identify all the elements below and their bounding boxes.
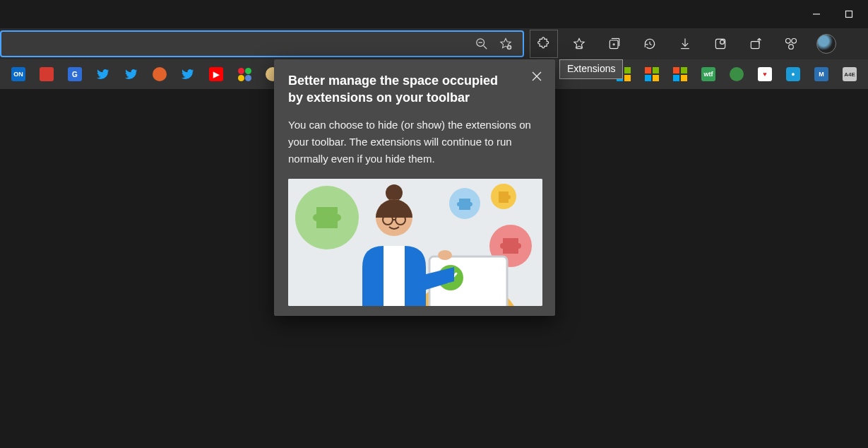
blue-camera-bookmark[interactable]: ● bbox=[786, 67, 800, 81]
microsoft-bookmark-3[interactable] bbox=[673, 67, 687, 81]
flyout-body: You can choose to hide (or show) the ext… bbox=[288, 117, 541, 167]
extensions-button[interactable] bbox=[530, 30, 558, 58]
svg-point-22 bbox=[789, 45, 794, 49]
multicolor-bookmark[interactable] bbox=[237, 67, 251, 81]
bookmarks-bar-right: wtf ♥ ● M A4E bbox=[610, 59, 864, 89]
twitter-bookmark-2[interactable] bbox=[124, 67, 138, 81]
flyout-title: Better manage the space occupied by exte… bbox=[288, 72, 507, 107]
collections-button[interactable] bbox=[600, 30, 629, 58]
share-button[interactable] bbox=[742, 30, 770, 58]
green-camera-bookmark[interactable] bbox=[730, 67, 744, 81]
google-translate-bookmark[interactable]: G bbox=[68, 67, 82, 81]
red-diamond-bookmark[interactable] bbox=[40, 67, 54, 81]
youtube-bookmark[interactable]: ▶ bbox=[209, 67, 223, 81]
downloads-button[interactable] bbox=[671, 30, 699, 58]
flyout-illustration bbox=[288, 179, 542, 306]
svg-point-21 bbox=[792, 39, 797, 44]
web-capture-button[interactable] bbox=[706, 30, 735, 58]
svg-line-3 bbox=[484, 46, 487, 49]
extensions-tip-flyout: Better manage the space occupied by exte… bbox=[274, 59, 555, 316]
a4e-bookmark[interactable]: A4E bbox=[843, 67, 857, 81]
svg-point-32 bbox=[386, 184, 403, 201]
window-titlebar bbox=[0, 0, 868, 28]
favorites-button[interactable] bbox=[565, 30, 593, 58]
browser-toolbar bbox=[0, 28, 868, 59]
on-bookmark[interactable]: ON bbox=[11, 67, 25, 81]
address-bar[interactable] bbox=[0, 30, 524, 57]
heart-bookmark[interactable]: ♥ bbox=[758, 67, 772, 81]
svg-point-37 bbox=[438, 250, 452, 260]
orange-circle-bookmark[interactable] bbox=[153, 67, 167, 81]
m-bookmark[interactable]: M bbox=[814, 67, 828, 81]
svg-point-20 bbox=[786, 39, 791, 44]
twitter-bookmark-3[interactable] bbox=[181, 67, 195, 81]
svg-rect-1 bbox=[846, 11, 852, 18]
twitter-bookmark-1[interactable] bbox=[96, 67, 110, 81]
performance-button[interactable] bbox=[777, 30, 805, 58]
zoom-out-icon[interactable] bbox=[472, 34, 492, 54]
window-maximize-button[interactable] bbox=[833, 3, 865, 25]
extensions-tooltip: Extensions bbox=[559, 59, 623, 79]
add-favorite-icon[interactable] bbox=[496, 34, 516, 54]
wtf-bookmark[interactable]: wtf bbox=[701, 67, 715, 81]
window-minimize-button[interactable] bbox=[800, 3, 833, 25]
flyout-close-button[interactable] bbox=[527, 66, 547, 86]
microsoft-bookmark-2[interactable] bbox=[645, 67, 659, 81]
profile-avatar-button[interactable] bbox=[816, 34, 836, 54]
svg-rect-18 bbox=[751, 42, 759, 49]
history-button[interactable] bbox=[636, 30, 664, 58]
svg-point-17 bbox=[720, 40, 725, 45]
